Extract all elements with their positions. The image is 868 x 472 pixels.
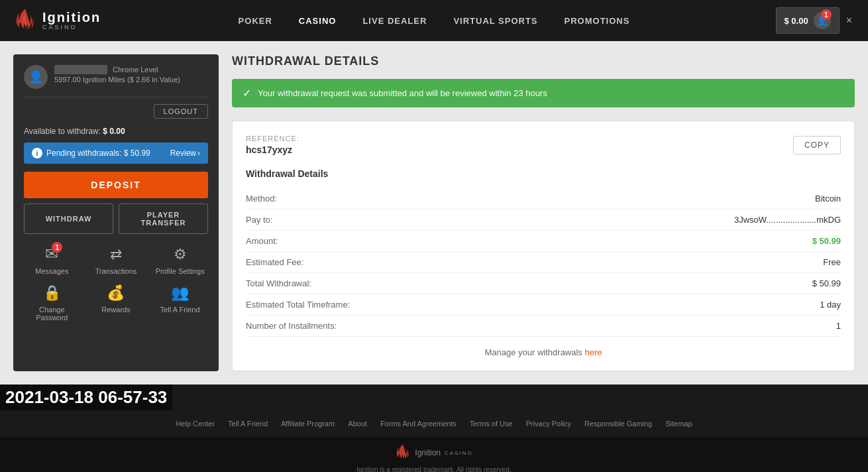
success-banner: ✓ Your withdrawal request was submitted … [232, 79, 855, 107]
tell-a-friend-label: Tell A Friend [160, 306, 200, 314]
logo[interactable]: Ignition CASINO [13, 7, 101, 34]
total-value: $ 50.99 [812, 278, 841, 288]
review-link[interactable]: Review › [170, 148, 200, 158]
detail-timeframe: Estimated Total Timeframe: 1 day [246, 294, 841, 316]
balance-amount: $ 0.00 [785, 16, 808, 26]
footer-terms[interactable]: Terms of Use [470, 420, 513, 428]
pending-bar: i Pending withdrawals: $ 50.99 Review › [24, 143, 208, 164]
profile-settings-label: Profile Settings [156, 267, 205, 275]
transactions-label: Transactions [95, 267, 137, 275]
footer-sitemap[interactable]: Sitemap [665, 420, 692, 428]
brand-name: Ignition [415, 448, 441, 457]
footer-about[interactable]: About [348, 420, 367, 428]
manage-text: Manage your withdrawals [484, 347, 582, 357]
miles-text: 5997.00 Ignition Miles ($ 2.66 in Value) [54, 76, 208, 84]
success-message: Your withdrawal request was submitted an… [258, 88, 547, 98]
check-icon: ✓ [243, 87, 251, 99]
footer-affiliate[interactable]: Affiliate Program [281, 420, 335, 428]
fee-label: Estimated Fee: [246, 257, 303, 267]
menu-messages[interactable]: ✉ 1 Messages [24, 245, 80, 275]
rewards-icon-wrap: 💰 [107, 283, 125, 302]
detail-amount: Amount: $ 50.99 [246, 231, 841, 252]
manage-link[interactable]: here [585, 347, 602, 357]
flame-icon [13, 7, 37, 34]
nav-promotions[interactable]: PROMOTIONS [565, 16, 630, 26]
pending-text: Pending withdrawals: $ 50.99 [46, 148, 150, 158]
profile-icon-wrap: ⚙ [174, 245, 187, 263]
user-avatar-btn[interactable]: 👤 1 [814, 12, 831, 29]
available-amount: $ 0.00 [103, 127, 125, 136]
menu-transactions[interactable]: ⇄ Transactions [88, 245, 144, 275]
user-info: 👤 Chrome Level 5997.00 Ignition Miles ($… [24, 65, 208, 97]
withdrawal-details-title: Withdrawal Details [246, 168, 841, 179]
footer-forms[interactable]: Forms And Agreements [380, 420, 457, 428]
site-header: Ignition CASINO POKER CASINO LIVE DEALER… [0, 0, 868, 41]
menu-change-password[interactable]: 🔒 Change Password [24, 283, 80, 322]
deposit-button[interactable]: DEPOSIT [24, 172, 208, 198]
rewards-label: Rewards [101, 306, 130, 314]
brand-casino-sub: CASINO [445, 450, 473, 456]
footer-responsible[interactable]: Responsible Gaming [584, 420, 652, 428]
logo-ignition-text: Ignition [42, 11, 101, 24]
page-title: WITHDRAWAL DETAILS [232, 54, 855, 68]
balance-display: $ 0.00 👤 1 [776, 7, 840, 34]
brand-flame-icon [395, 443, 411, 462]
method-value: Bitcoin [815, 194, 841, 204]
nav-live-dealer[interactable]: LIVE DEALER [362, 16, 427, 26]
footer: Help Center Tell A Friend Affiliate Prog… [0, 410, 868, 437]
logo-casino-text: CASINO [42, 24, 101, 31]
tell-a-friend-icon: 👥 [171, 284, 189, 301]
reference-block: REFERENCE: hcs17yxyz [246, 135, 299, 155]
withdrawal-card: REFERENCE: hcs17yxyz COPY Withdrawal Det… [232, 121, 855, 371]
menu-profile-settings[interactable]: ⚙ Profile Settings [152, 245, 208, 275]
footer-help-center[interactable]: Help Center [176, 420, 215, 428]
detail-pay-to: Pay to: 3JwsoW.....................mkDG [246, 209, 841, 231]
close-button[interactable]: × [843, 13, 855, 28]
pay-to-label: Pay to: [246, 215, 272, 225]
username-row: Chrome Level [54, 65, 208, 74]
secondary-buttons: WITHDRAW PLAYER TRANSFER [24, 204, 208, 234]
main-content: 👤 Chrome Level 5997.00 Ignition Miles ($… [0, 41, 868, 384]
messages-badge: 1 [52, 242, 62, 253]
player-transfer-button[interactable]: PLAYER TRANSFER [119, 204, 208, 234]
profile-settings-icon: ⚙ [174, 246, 187, 263]
installments-value: 1 [836, 321, 841, 331]
footer-privacy[interactable]: Privacy Policy [526, 420, 571, 428]
reference-row: REFERENCE: hcs17yxyz COPY [246, 135, 841, 155]
logo-text: Ignition CASINO [42, 11, 101, 31]
user-avatar: 👤 [24, 65, 48, 89]
method-label: Method: [246, 194, 277, 204]
username-placeholder [54, 65, 107, 74]
transactions-icon-wrap: ⇄ [110, 245, 122, 263]
timeframe-label: Estimated Total Timeframe: [246, 300, 350, 310]
user-details: Chrome Level 5997.00 Ignition Miles ($ 2… [54, 65, 208, 84]
total-label: Total Withdrawal: [246, 278, 311, 288]
password-icon-wrap: 🔒 [43, 283, 61, 302]
review-label: Review [170, 148, 196, 158]
left-panel: 👤 Chrome Level 5997.00 Ignition Miles ($… [13, 54, 219, 371]
menu-tell-a-friend[interactable]: 👥 Tell A Friend [152, 283, 208, 322]
copy-button[interactable]: COPY [793, 136, 841, 154]
footer-tell-a-friend[interactable]: Tell A Friend [228, 420, 268, 428]
info-icon: i [32, 148, 42, 158]
amount-value: $ 50.99 [812, 236, 841, 246]
detail-installments: Number of Installments: 1 [246, 316, 841, 337]
nav-virtual-sports[interactable]: VIRTUAL SPORTS [453, 16, 537, 26]
nav-poker[interactable]: POKER [239, 16, 272, 26]
withdraw-button[interactable]: WITHDRAW [24, 204, 113, 234]
reference-value: hcs17yxyz [246, 145, 299, 155]
amount-label: Amount: [246, 236, 278, 246]
timeframe-value: 1 day [820, 300, 841, 310]
manage-row: Manage your withdrawals here [246, 347, 841, 357]
nav-casino[interactable]: CASINO [299, 16, 337, 26]
pending-left: i Pending withdrawals: $ 50.99 [32, 148, 150, 158]
available-label: Available to withdraw: [24, 127, 101, 136]
copyright-text: Ignition is a registered trademark. All … [356, 466, 511, 472]
reference-label: REFERENCE: [246, 135, 299, 143]
menu-rewards[interactable]: 💰 Rewards [88, 283, 144, 322]
rewards-icon: 💰 [107, 284, 125, 301]
logout-button[interactable]: LOGOUT [154, 104, 208, 119]
avatar-icon: 👤 [28, 70, 43, 84]
messages-icon-wrap: ✉ 1 [45, 245, 58, 263]
detail-fee: Estimated Fee: Free [246, 252, 841, 273]
